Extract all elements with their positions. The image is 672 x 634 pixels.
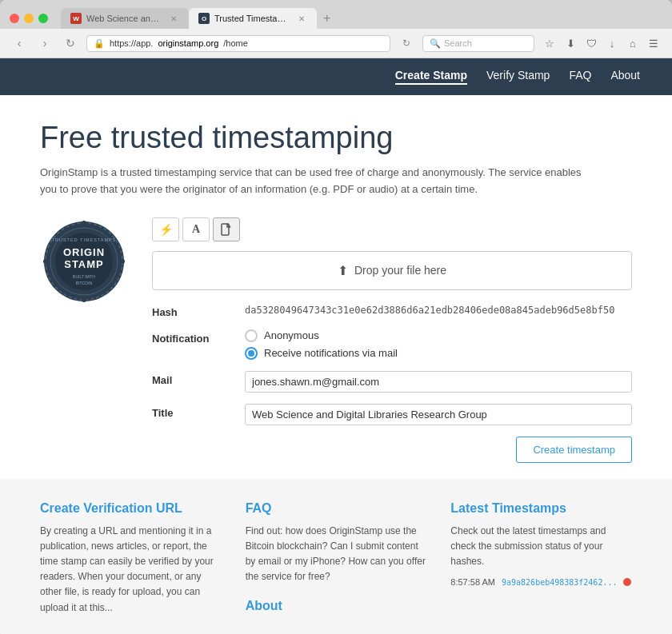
upload-icon: ⬆ (338, 263, 348, 278)
text-tab[interactable]: A (182, 217, 210, 241)
footer-grid: Create Verification URL By creating a UR… (0, 479, 672, 634)
hero-title: Free trusted timestamping (40, 121, 632, 155)
lightning-tab[interactable]: ⚡ (152, 217, 179, 241)
address-bar[interactable]: 🔒 https://app.originstamp.org/home (86, 35, 390, 52)
file-drop-zone[interactable]: ⬆ Drop your file here (152, 251, 632, 290)
tab-1[interactable]: W Web Science and Digital Li... ✕ (61, 8, 189, 29)
traffic-lights (10, 14, 48, 23)
file-tab[interactable] (213, 217, 240, 241)
search-icon: 🔍 (430, 38, 441, 49)
bookmark-icon[interactable]: ☆ (541, 34, 558, 52)
toolbar-icons: ☆ ⬇ 🛡 ↓ ⌂ ☰ (541, 34, 662, 52)
timestamp-time: 8:57:58 AM (450, 577, 495, 587)
input-type-tabs: ⚡ A (152, 217, 632, 241)
footer-create-url: Create Verification URL By creating a UR… (40, 501, 222, 616)
hash-value: da5328049647343c31e0e62d3886d6a21edb2840… (245, 303, 632, 317)
tab-2-favicon: O (198, 13, 210, 24)
svg-point-11 (43, 259, 48, 264)
originstamp-logo: TRUSTED TIMESTAMPS ORIGIN STAMP BUILT WI… (40, 217, 128, 305)
url-domain: originstamp.org (158, 38, 218, 48)
footer-timestamps-text: Check out the latest timestamps and chec… (450, 524, 632, 570)
reload-icon[interactable]: ↻ (397, 34, 416, 53)
notification-label: Notification (152, 329, 232, 345)
email-radio[interactable]: Receive notifications via mail (245, 347, 398, 360)
browser-titlebar: W Web Science and Digital Li... ✕ O Trus… (0, 0, 672, 29)
close-button[interactable] (10, 14, 19, 23)
footer-create-url-title: Create Verification URL (40, 501, 222, 516)
nav-faq[interactable]: FAQ (569, 69, 591, 85)
email-radio-button[interactable] (245, 347, 258, 360)
footer-faq: FAQ Find out: how does OriginStamp use t… (246, 501, 427, 616)
svg-text:BITCOIN: BITCOIN (76, 281, 93, 285)
footer-faq-text: Find out: how does OriginStamp use the B… (246, 524, 427, 585)
title-label: Title (152, 404, 232, 419)
tab-2[interactable]: O Trusted Timestamping with... ✕ (189, 8, 317, 29)
create-timestamp-button[interactable]: Create timestamp (516, 437, 632, 463)
svg-point-9 (82, 221, 86, 225)
site-nav: Create Stamp Verify Stamp FAQ About (0, 58, 672, 95)
url-prefix: https://app. (110, 38, 153, 48)
footer-about-link[interactable]: About (246, 599, 427, 613)
mail-input[interactable] (245, 371, 632, 393)
tab-1-label: Web Science and Digital Li... (86, 14, 163, 23)
title-row: Title (152, 404, 632, 425)
menu-icon[interactable]: ☰ (645, 34, 662, 52)
shield-icon[interactable]: 🛡 (582, 34, 600, 52)
maximize-button[interactable] (38, 14, 48, 23)
anonymous-radio-button[interactable] (245, 329, 258, 342)
stamp-form: ⚡ A ⬆ Drop your file he (152, 217, 632, 463)
security-lock-icon: 🔒 (94, 38, 105, 49)
website-content: Create Stamp Verify Stamp FAQ About Free… (0, 58, 672, 634)
anonymous-label: Anonymous (264, 329, 319, 341)
svg-point-10 (82, 297, 86, 302)
timestamp-hash[interactable]: 9a9a826beb498383f2462... (502, 578, 618, 587)
tab-1-favicon: W (70, 13, 82, 24)
svg-point-12 (120, 259, 125, 264)
nav-create-stamp[interactable]: Create Stamp (395, 69, 467, 85)
svg-text:TRUSTED TIMESTAMPS: TRUSTED TIMESTAMPS (52, 237, 117, 242)
tab-bar: W Web Science and Digital Li... ✕ O Trus… (61, 8, 662, 29)
main-content: Free trusted timestamping OriginStamp is… (0, 95, 672, 463)
search-box[interactable]: 🔍 Search (422, 35, 534, 52)
new-tab-button[interactable]: + (317, 8, 337, 29)
reload-button[interactable]: ↻ (61, 34, 80, 53)
timestamp-status-dot (623, 578, 631, 586)
svg-text:ORIGIN: ORIGIN (63, 246, 105, 258)
footer-timestamps: Latest Timestamps Check out the latest t… (450, 501, 632, 616)
download-arrow-icon[interactable]: ↓ (603, 34, 621, 52)
svg-text:BUILT WITH: BUILT WITH (73, 274, 95, 279)
minimize-button[interactable] (24, 14, 34, 23)
timestamp-entry: 8:57:58 AM 9a9a826beb498383f2462... (450, 577, 632, 587)
browser-frame: W Web Science and Digital Li... ✕ O Trus… (0, 0, 672, 634)
tab-2-label: Trusted Timestamping with... (214, 14, 291, 23)
mail-label: Mail (152, 371, 232, 386)
nav-verify-stamp[interactable]: Verify Stamp (486, 69, 550, 85)
footer-timestamps-title: Latest Timestamps (450, 501, 632, 516)
drop-zone-label: Drop your file here (354, 264, 446, 277)
mail-row: Mail (152, 371, 632, 393)
tab-1-close[interactable]: ✕ (168, 13, 179, 24)
stamp-area: TRUSTED TIMESTAMPS ORIGIN STAMP BUILT WI… (40, 217, 632, 463)
search-placeholder: Search (444, 38, 472, 48)
tab-2-close[interactable]: ✕ (296, 13, 307, 24)
home-icon[interactable]: ⌂ (624, 34, 642, 52)
title-input[interactable] (245, 404, 632, 425)
hash-label: Hash (152, 303, 232, 318)
footer-create-url-text: By creating a URL and mentioning it in a… (40, 524, 222, 616)
notification-row: Notification Anonymous Receive notificat… (152, 329, 632, 360)
nav-links: Create Stamp Verify Stamp FAQ About (395, 69, 640, 85)
forward-button[interactable]: › (35, 34, 54, 53)
footer-faq-title: FAQ (246, 501, 427, 516)
hash-row: Hash da5328049647343c31e0e62d3886d6a21ed… (152, 303, 632, 318)
url-path: /home (223, 38, 248, 48)
hero-description: OriginStamp is a trusted timestamping se… (40, 165, 584, 198)
svg-text:STAMP: STAMP (64, 258, 104, 270)
nav-about[interactable]: About (610, 69, 640, 85)
browser-toolbar: ‹ › ↻ 🔒 https://app.originstamp.org/home… (0, 29, 672, 58)
back-button[interactable]: ‹ (10, 34, 29, 53)
notification-options: Anonymous Receive notifications via mail (245, 329, 398, 360)
anonymous-radio[interactable]: Anonymous (245, 329, 398, 342)
email-notification-label: Receive notifications via mail (264, 347, 398, 359)
download-icon[interactable]: ⬇ (562, 34, 579, 52)
